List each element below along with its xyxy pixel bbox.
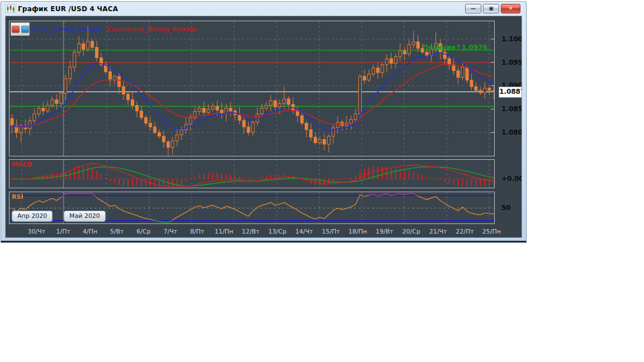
close-button[interactable]: ✕	[501, 4, 520, 13]
candle	[412, 42, 415, 45]
date-tick-label: 8/Пт	[190, 228, 204, 235]
date-tick-label: 21/Чт	[429, 228, 447, 235]
candle	[403, 51, 406, 54]
candle	[126, 94, 129, 100]
legend-button-panel	[11, 22, 30, 36]
candle	[287, 99, 290, 104]
candle	[176, 135, 178, 141]
candle	[354, 114, 357, 120]
minimize-button[interactable]: —	[465, 4, 481, 13]
ema-red-label: Exponential_Moving_Average	[107, 26, 197, 33]
macd-zero-label: +0.000	[501, 175, 522, 183]
candle	[149, 123, 151, 127]
chart-client-area: ential_Moving_Average Exponential_Moving…	[5, 16, 522, 238]
month-button-apr[interactable]: Апр 2020	[12, 211, 53, 222]
candlestick-chart-icon	[6, 4, 15, 13]
candle	[470, 80, 473, 87]
candle	[274, 101, 277, 107]
macd-label: MACD	[12, 161, 32, 168]
candle	[466, 67, 468, 80]
candle	[265, 106, 268, 108]
month-button-may[interactable]: Май 2020	[64, 211, 106, 222]
candle	[457, 71, 460, 78]
candle	[198, 108, 201, 112]
macd-canvas[interactable]	[10, 160, 494, 188]
candle	[42, 108, 45, 111]
candle	[82, 44, 85, 49]
rsi-axis: 50	[496, 192, 522, 224]
rsi-label: RSI	[12, 193, 23, 201]
candle	[283, 99, 286, 103]
price-tick-label: 1.0800	[501, 128, 522, 136]
price-tick-label: 1.0850	[501, 105, 522, 113]
candle	[122, 87, 125, 94]
candle	[87, 41, 89, 49]
rsi-panel[interactable]: RSI Апр 2020 Май 2020	[9, 192, 495, 224]
candle	[425, 52, 428, 55]
candle	[385, 59, 388, 65]
candle	[399, 51, 401, 57]
candle	[243, 120, 245, 127]
candle	[328, 136, 330, 144]
candle	[337, 122, 339, 128]
position-marker-label: Позиция↑1.0976	[423, 43, 487, 51]
date-tick-label: 12/Вт	[242, 228, 260, 235]
candle	[408, 45, 410, 54]
date-tick-label: 7/Чт	[163, 228, 177, 235]
candle	[140, 111, 143, 118]
candle	[484, 88, 486, 93]
date-tick-label: 15/Пт	[322, 228, 340, 235]
window-title: График EUR /USD 4 ЧАСА	[18, 5, 118, 13]
date-tick-label: 19/Вт	[376, 228, 394, 235]
candle	[310, 130, 312, 137]
candle	[11, 118, 13, 126]
date-tick-label: 22/Пт	[456, 228, 473, 235]
candle	[20, 127, 22, 132]
date-tick-label: 5/Вт	[110, 228, 124, 235]
candle	[256, 114, 259, 122]
rsi-mid-label: 50	[501, 204, 511, 212]
candle	[301, 116, 304, 123]
candle	[261, 108, 263, 114]
candle	[394, 57, 397, 64]
candle	[443, 52, 446, 59]
legend-blue-button[interactable]	[21, 26, 29, 33]
price-chart-panel[interactable]: ential_Moving_Average Exponential_Moving…	[9, 21, 495, 156]
candle	[60, 93, 63, 103]
restore-button[interactable]: ▣	[483, 4, 499, 13]
candle	[381, 65, 383, 73]
candle	[416, 42, 419, 49]
candle	[109, 72, 112, 80]
candle	[73, 52, 76, 67]
price-tick-label: 1.1000	[501, 35, 522, 43]
candle	[131, 100, 134, 106]
legend-red-button[interactable]	[12, 26, 20, 33]
date-tick-label: 25/Пн	[482, 228, 501, 235]
candle	[252, 122, 254, 132]
candle	[189, 117, 192, 124]
ema-blue-label: ential_Moving_Average	[31, 26, 102, 33]
price-chart-canvas[interactable]	[10, 21, 494, 156]
candle	[358, 77, 361, 114]
candle	[158, 132, 160, 136]
chart-window: График EUR /USD 4 ЧАСА — ▣ ✕ ential_Movi…	[1, 1, 527, 242]
candle	[488, 88, 491, 90]
price-axis: 1.08001.08501.09001.09501.1000 1.0887	[496, 21, 522, 156]
candle	[180, 130, 183, 135]
candle	[202, 108, 205, 113]
date-tick-label: 20/Ср	[402, 228, 420, 235]
candle	[64, 79, 67, 93]
candle	[153, 127, 156, 132]
candle	[390, 59, 392, 63]
candle	[247, 127, 250, 132]
title-bar[interactable]: График EUR /USD 4 ЧАСА — ▣ ✕	[5, 2, 522, 16]
date-tick-label: 13/Ср	[268, 228, 286, 235]
candle	[314, 137, 317, 143]
indicator-legend: ential_Moving_Average Exponential_Moving…	[11, 22, 197, 36]
candle	[29, 121, 31, 128]
date-tick-label: 4/Пн	[83, 228, 97, 235]
candle	[216, 106, 219, 110]
candle	[135, 106, 138, 111]
macd-panel[interactable]: MACD	[9, 159, 495, 188]
date-tick-label: 6/Ср	[136, 228, 150, 235]
